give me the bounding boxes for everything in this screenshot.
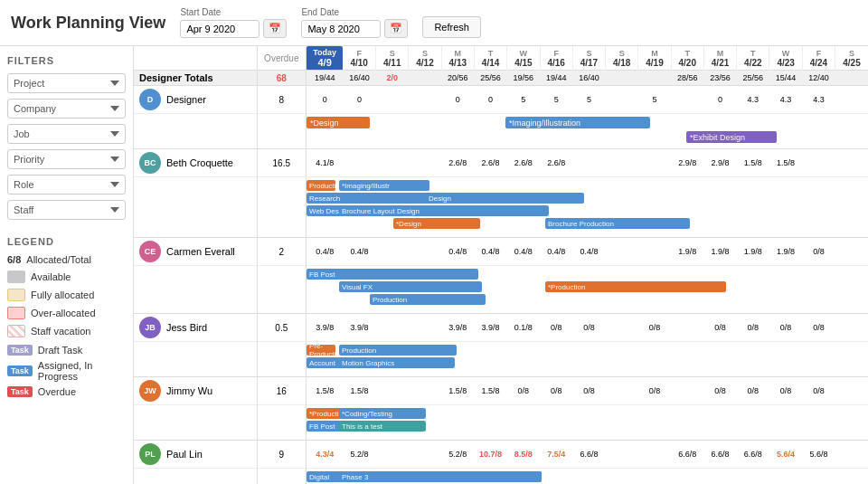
designer-avatar: D: [139, 89, 161, 110]
designer-name: Designer: [166, 94, 206, 105]
person-row-beth: BC Beth Croquette 16.5 4.1/8 2.6/8 2.6/8: [134, 149, 868, 177]
job-filter[interactable]: Job: [7, 124, 126, 144]
company-filter[interactable]: Company: [7, 99, 126, 119]
start-date-calendar-button[interactable]: 📅: [263, 19, 287, 38]
person-row-designer: D Designer 8 0 0 0 0 5: [134, 86, 868, 114]
fully-allocated-swatch: [7, 289, 25, 301]
date-col-header: F4/10: [343, 46, 375, 71]
legend-draft-task: Task Draft Task: [7, 345, 126, 356]
designer-task-exhibit: *Exhibit Design: [686, 131, 777, 143]
over-allocated-swatch: [7, 307, 25, 319]
jimmy-tasks-row: *Production *Coding/Testing FB Post This…: [134, 405, 868, 441]
end-date-label: End Date: [301, 7, 408, 17]
legend-assigned-task: Task Assigned, In Progress: [7, 360, 126, 382]
start-date-label: Start Date: [180, 7, 287, 17]
grid-area: Overdue Today 4/9 F4/10 S4/11 S4/12 M4/1…: [134, 46, 868, 484]
project-filter[interactable]: Project: [7, 73, 126, 93]
legend-overdue-task: Task Overdue: [7, 386, 126, 397]
start-date-input[interactable]: [180, 20, 259, 38]
overdue-col-header: Overdue: [257, 46, 306, 71]
sidebar: FILTERS Project Company Job Priority Rol…: [0, 46, 134, 484]
jess-tasks-row: Pre-Production Production Account Motion…: [134, 342, 868, 377]
staff-filter[interactable]: Staff: [7, 200, 126, 220]
start-date-field: Start Date 📅: [180, 7, 287, 38]
designer-totals-row: Designer Totals 68 19/44 16/40 2/0 20/56…: [134, 71, 868, 86]
person-row-jimmy: JW Jimmy Wu 16 1.5/8 1.5/8 1.5/8 1.5/8: [134, 377, 868, 405]
legend-over-allocated: Over-allocated: [7, 307, 126, 319]
jess-avatar: JB: [139, 317, 161, 338]
legend-staff-vacation: Staff vacation: [7, 325, 126, 337]
end-date-input[interactable]: [301, 20, 381, 38]
header: Work Planning View Start Date 📅 End Date…: [0, 0, 868, 46]
carmen-avatar: CE: [139, 241, 161, 262]
beth-avatar: BC: [139, 152, 161, 174]
carmen-tasks-row: FB Post Visual FX Production *Production: [134, 266, 868, 314]
beth-name: Beth Croquette: [166, 157, 233, 168]
priority-filter[interactable]: Priority: [7, 149, 126, 169]
jimmy-avatar: JW: [139, 380, 161, 402]
end-date-calendar-button[interactable]: 📅: [384, 19, 408, 38]
available-swatch: [7, 270, 25, 283]
person-row-paul: PL Paul Lin 9 4.3/4 5.2/8 5.2/8 10.7/8: [134, 441, 868, 469]
filters-title: FILTERS: [7, 55, 126, 66]
app-title: Work Planning View: [11, 14, 165, 33]
paul-tasks-row: Digital Phase 3 Internal Review *Design …: [134, 469, 868, 485]
end-date-field: End Date 📅: [301, 7, 408, 38]
designer-task-imaging: *Imaging/Illustration: [505, 117, 650, 128]
row-label-header: [134, 46, 257, 71]
person-row-carmen: CE Carmen Everall 2 0.4/8 0.4/8 0.4/8 0.…: [134, 238, 868, 266]
legend-fully-allocated: Fully allocated: [7, 289, 126, 301]
legend-allocated: 6/8 Allocated/Total: [7, 254, 126, 265]
role-filter[interactable]: Role: [7, 175, 126, 195]
legend-title: LEGEND: [7, 236, 126, 247]
refresh-button[interactable]: Refresh: [422, 16, 481, 38]
designer-totals-label: Designer Totals: [134, 71, 257, 86]
today-col-header: Today 4/9: [307, 46, 344, 71]
designer-tasks-row: *Design *Imaging/Illustration *Exhibit D…: [134, 114, 868, 149]
staff-vacation-swatch: [7, 325, 25, 337]
legend-available: Available: [7, 270, 126, 283]
designer-task-design: *Design: [307, 117, 370, 128]
paul-avatar: PL: [139, 443, 161, 465]
person-row-jess: JB Jess Bird 0.5 3.9/8 3.9/8 3.9/8 3.9/8: [134, 314, 868, 342]
beth-tasks-row: Production *Imaging/Illustr Research Des…: [134, 177, 868, 238]
